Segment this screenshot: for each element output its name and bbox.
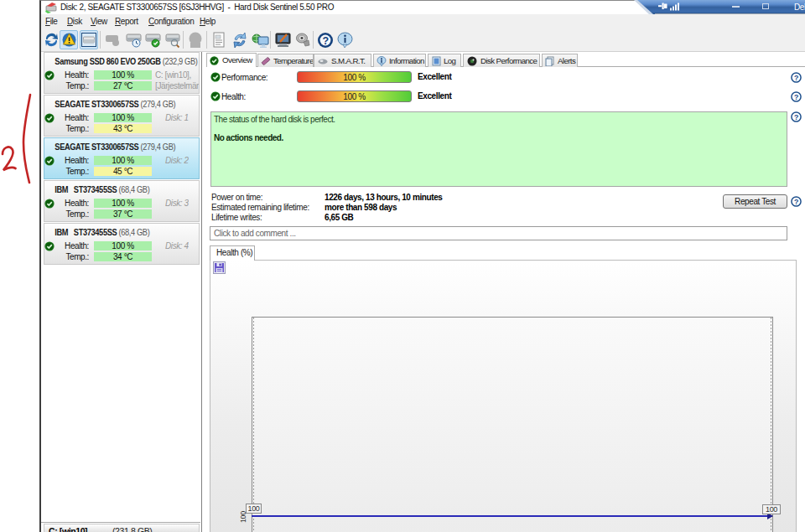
svg-text:?: ? [794,113,798,121]
svg-text:?: ? [794,93,798,101]
svg-text:?: ? [322,35,328,47]
svg-text:?: ? [794,198,798,206]
svg-text:?: ? [794,74,798,82]
